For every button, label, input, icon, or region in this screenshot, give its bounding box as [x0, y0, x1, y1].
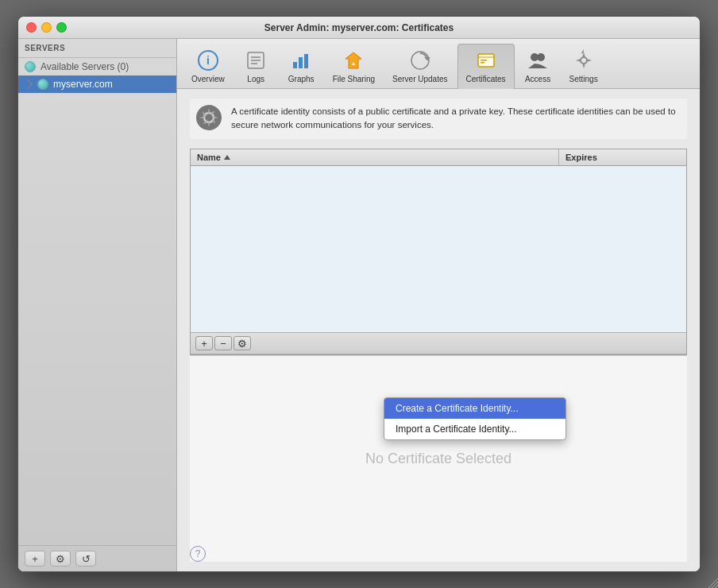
svg-rect-16 — [481, 62, 484, 64]
remove-certificate-button[interactable]: − — [214, 336, 232, 350]
file-sharing-label: File Sharing — [333, 75, 375, 83]
svg-rect-7 — [299, 57, 303, 68]
table-body — [191, 166, 686, 333]
svg-point-20 — [204, 113, 214, 122]
toolbar-item-file-sharing[interactable]: ▲ File Sharing — [325, 44, 383, 88]
toolbar-item-logs[interactable]: Logs — [234, 44, 278, 88]
certificates-icon — [473, 48, 499, 73]
gear-small-icon: ⚙ — [237, 338, 247, 350]
globe-icon — [25, 61, 36, 72]
server-globe-icon — [37, 79, 48, 90]
expand-arrow-icon — [23, 79, 32, 88]
file-sharing-icon: ▲ — [341, 48, 366, 73]
gear-icon: ⚙ — [56, 553, 65, 565]
sidebar-footer: + ⚙ ↺ — [18, 545, 176, 571]
column-name[interactable]: Name — [191, 149, 559, 165]
toolbar-item-settings[interactable]: Settings — [562, 44, 606, 88]
overview-label: Overview — [191, 75, 225, 83]
detail-panel: No Certificate Selected — [190, 355, 687, 562]
toolbar-item-access[interactable]: Access — [516, 44, 560, 88]
add-certificate-button[interactable]: + — [195, 336, 213, 350]
content-area: SERVERS Available Servers (0) myserver.c… — [18, 39, 700, 571]
toolbar-item-server-updates[interactable]: Server Updates — [384, 44, 455, 88]
logs-icon — [243, 48, 268, 73]
column-name-label: Name — [197, 153, 221, 162]
maximize-button[interactable] — [56, 22, 67, 33]
refresh-icon: ↺ — [82, 553, 91, 565]
window-title: Server Admin: myserver.com: Certificates — [264, 22, 454, 33]
dropdown-menu: Create a Certificate Identity... Import … — [384, 397, 566, 440]
sidebar: SERVERS Available Servers (0) myserver.c… — [18, 39, 177, 571]
svg-text:i: i — [207, 54, 210, 67]
certificate-table: Name Expires + — [190, 149, 687, 356]
sidebar-item-myserver[interactable]: myserver.com — [18, 75, 176, 93]
graphs-icon — [288, 48, 314, 73]
main-content: A certificate identity consists of a pub… — [177, 89, 700, 571]
svg-point-11 — [411, 52, 429, 69]
access-label: Access — [525, 75, 550, 83]
minimize-button[interactable] — [41, 22, 52, 33]
toolbar-item-graphs[interactable]: Graphs — [280, 44, 323, 88]
svg-point-18 — [537, 53, 545, 61]
access-icon — [525, 48, 550, 73]
column-expires-label: Expires — [566, 153, 597, 162]
no-selection-label: No Certificate Selected — [365, 451, 511, 467]
graphs-label: Graphs — [288, 75, 315, 83]
svg-rect-15 — [481, 60, 487, 61]
certificates-label: Certificates — [466, 75, 506, 83]
table-toolbar: + − ⚙ — [191, 332, 686, 354]
menu-item-import[interactable]: Import a Certificate Identity... — [384, 419, 566, 439]
main-window: Server Admin: myserver.com: Certificates… — [17, 16, 701, 572]
main-panel: i Overview Logs — [177, 39, 700, 571]
logs-label: Logs — [247, 75, 264, 83]
add-server-button[interactable]: + — [25, 551, 45, 567]
minus-icon: − — [220, 338, 226, 350]
refresh-button[interactable]: ↺ — [75, 551, 96, 567]
svg-rect-8 — [304, 54, 308, 68]
add-icon: + — [32, 553, 38, 565]
titlebar: Server Admin: myserver.com: Certificates — [18, 17, 700, 39]
server-updates-label: Server Updates — [392, 75, 447, 83]
settings-gear-icon — [196, 105, 222, 130]
sort-arrow-icon — [224, 155, 230, 160]
menu-item-create[interactable]: Create a Certificate Identity... — [384, 398, 566, 419]
svg-marker-12 — [424, 57, 430, 60]
info-text: A certificate identity consists of a pub… — [231, 105, 681, 133]
settings-label: Settings — [569, 75, 598, 83]
table-header: Name Expires — [191, 149, 686, 166]
available-servers-label: Available Servers (0) — [41, 61, 129, 72]
sidebar-item-available-servers[interactable]: Available Servers (0) — [18, 58, 176, 75]
column-expires[interactable]: Expires — [559, 149, 686, 165]
toolbar-item-overview[interactable]: i Overview — [183, 44, 233, 88]
svg-point-19 — [581, 57, 587, 64]
overview-icon: i — [195, 48, 221, 73]
svg-rect-6 — [293, 62, 297, 68]
close-button[interactable] — [26, 22, 37, 33]
plus-icon: + — [201, 338, 207, 350]
toolbar: i Overview Logs — [177, 39, 700, 89]
help-button[interactable]: ? — [190, 546, 206, 562]
help-icon: ? — [195, 548, 201, 559]
server-updates-icon — [407, 48, 433, 73]
settings-icon — [571, 48, 596, 73]
traffic-lights — [26, 22, 67, 33]
myserver-label: myserver.com — [53, 79, 113, 90]
info-bar: A certificate identity consists of a pub… — [190, 99, 687, 139]
action-certificate-button[interactable]: ⚙ — [234, 336, 251, 350]
svg-text:▲: ▲ — [351, 60, 357, 66]
sidebar-header: SERVERS — [18, 39, 176, 58]
gear-button[interactable]: ⚙ — [50, 551, 71, 567]
toolbar-item-certificates[interactable]: Certificates — [457, 44, 515, 89]
